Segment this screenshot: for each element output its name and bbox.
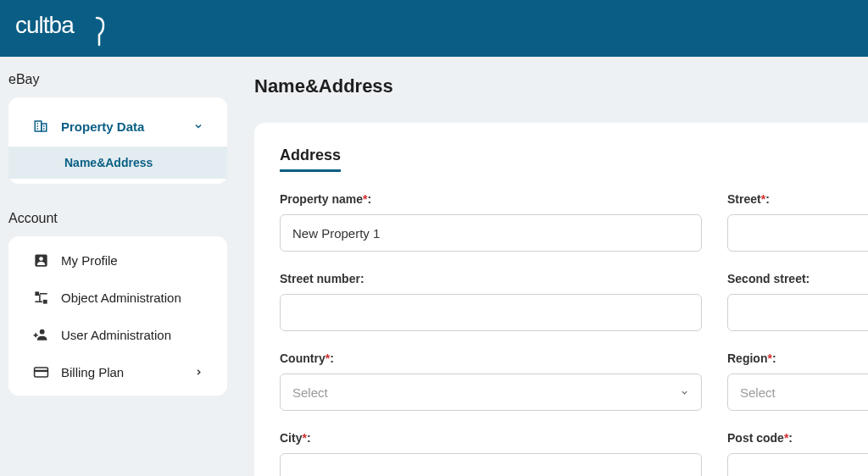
sidebar-item-label: My Profile xyxy=(61,253,118,268)
input-street[interactable] xyxy=(727,214,868,252)
label-property-name: Property name*: xyxy=(280,192,702,206)
chevron-right-icon xyxy=(194,365,203,379)
tab-address[interactable]: Address xyxy=(280,147,341,172)
sidebar-item-label: Billing Plan xyxy=(61,365,124,379)
sidebar-item-label: User Administration xyxy=(61,328,171,342)
field-street-number: Street number: xyxy=(280,272,702,331)
sidebar-item-label: Property Data xyxy=(61,119,144,134)
brand-logo: cultba xyxy=(15,11,113,47)
field-country: Country*: Select xyxy=(280,351,702,411)
svg-rect-14 xyxy=(39,294,41,302)
profile-icon xyxy=(32,252,49,268)
form-card: Address Property name*: Street*: xyxy=(254,123,868,476)
content-area: Name&Address Address Property name*: Str… xyxy=(236,57,868,476)
field-street: Street*: xyxy=(727,192,868,252)
field-second-street: Second street: xyxy=(727,272,868,331)
sidebar-section-ebay: eBay xyxy=(8,57,227,97)
sidebar-card-ebay: Property Data Name&Address xyxy=(8,97,227,184)
required-marker: * xyxy=(761,192,765,206)
select-country[interactable]: Select xyxy=(280,374,702,411)
svg-rect-10 xyxy=(35,291,39,296)
page-title: Name&Address xyxy=(254,75,868,97)
address-form: Property name*: Street*: Street number: xyxy=(280,192,843,476)
svg-text:cultba: cultba xyxy=(15,12,75,38)
field-city: City*: xyxy=(280,431,702,476)
cultbay-logo-svg: cultba xyxy=(15,11,113,47)
main-layout: eBay Property Data xyxy=(0,57,868,476)
sidebar-item-user-admin[interactable]: User Administration xyxy=(8,316,227,353)
svg-point-15 xyxy=(40,329,45,335)
required-marker: * xyxy=(784,431,788,445)
svg-rect-11 xyxy=(39,292,47,294)
input-street-number[interactable] xyxy=(280,294,702,331)
field-post-code: Post code*: xyxy=(727,431,868,476)
chevron-down-icon xyxy=(193,119,203,134)
label-city: City*: xyxy=(280,431,702,445)
label-street: Street*: xyxy=(727,192,868,206)
sidebar-subitem-name-address[interactable]: Name&Address xyxy=(8,147,227,179)
property-data-icon xyxy=(32,118,49,135)
svg-point-9 xyxy=(39,257,43,261)
chevron-down-icon xyxy=(680,385,689,400)
billing-icon xyxy=(32,363,49,380)
sidebar-item-my-profile[interactable]: My Profile xyxy=(8,241,227,279)
input-property-name[interactable] xyxy=(280,214,702,252)
input-second-street[interactable] xyxy=(727,294,868,331)
user-admin-icon xyxy=(32,326,49,343)
svg-rect-2 xyxy=(42,124,47,131)
select-region[interactable]: Select xyxy=(727,374,868,411)
sidebar-item-property-data[interactable]: Property Data xyxy=(8,102,227,147)
sidebar-item-billing-plan[interactable]: Billing Plan xyxy=(8,353,227,390)
required-marker: * xyxy=(302,431,306,445)
label-second-street: Second street: xyxy=(727,272,868,285)
input-post-code[interactable] xyxy=(727,453,868,476)
sidebar: eBay Property Data xyxy=(0,57,236,476)
sidebar-item-object-admin[interactable]: Object Administration xyxy=(8,279,227,316)
label-post-code: Post code*: xyxy=(727,431,868,445)
field-region: Region*: Select xyxy=(727,351,868,411)
svg-rect-12 xyxy=(42,299,47,303)
label-region: Region*: xyxy=(727,351,868,365)
field-property-name: Property name*: xyxy=(280,192,702,252)
sidebar-section-account: Account xyxy=(8,196,227,236)
svg-rect-13 xyxy=(35,301,42,302)
label-country: Country*: xyxy=(280,351,702,365)
label-street-number: Street number: xyxy=(280,272,702,285)
required-marker: * xyxy=(326,351,330,365)
app-header: cultba xyxy=(0,0,868,57)
required-marker: * xyxy=(767,351,771,365)
input-city[interactable] xyxy=(280,453,702,476)
required-marker: * xyxy=(363,192,367,206)
object-admin-icon xyxy=(32,289,49,306)
sidebar-item-label: Object Administration xyxy=(61,291,181,305)
svg-rect-18 xyxy=(34,367,47,376)
sidebar-card-account: My Profile Object Administration xyxy=(8,236,227,396)
